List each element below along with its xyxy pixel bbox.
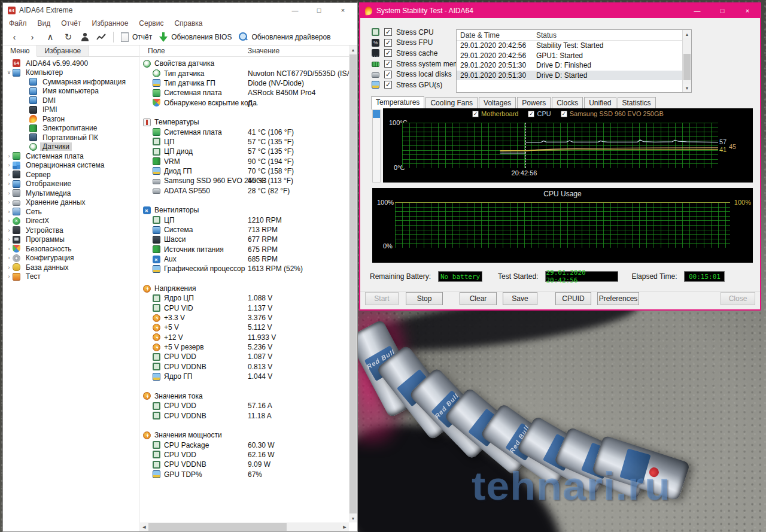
sidebar-item[interactable]: › Операционная система	[3, 161, 139, 171]
chart-tab[interactable]: Voltages	[479, 97, 516, 109]
sensor-row[interactable]: Ядро ГП 1.044 V	[139, 372, 357, 381]
start-button[interactable]: Start	[365, 292, 399, 305]
sensor-row[interactable]: ЦП 1210 RPM	[139, 215, 357, 225]
sidebar-item[interactable]: › База данных	[3, 263, 139, 272]
close-button[interactable]: Close	[721, 292, 755, 305]
column-header-field[interactable]: Поле	[139, 47, 165, 55]
driver-updates-button[interactable]: Обновления драйверов	[239, 32, 330, 41]
checkbox[interactable]: ✓	[384, 71, 392, 78]
sidebar-item[interactable]: Суммарная информация	[3, 77, 139, 87]
log-column-status[interactable]: Status	[536, 31, 557, 39]
sensor-row[interactable]: Обнаружено вскрытие кор... Да	[139, 98, 357, 107]
chart-tab[interactable]: Temperatures	[371, 96, 424, 110]
sensor-row[interactable]: Ядро ЦП 1.088 V	[139, 293, 357, 303]
horizontal-scrollbar[interactable]: ◀ ▶	[140, 522, 349, 531]
sensor-row[interactable]: CPU VDD 62.16 W	[139, 450, 357, 460]
expand-arrow-icon[interactable]: ›	[5, 227, 13, 233]
sensor-row[interactable]: +3.3 V 3.376 V	[139, 313, 357, 323]
sensor-row[interactable]: Значения мощности	[139, 430, 357, 440]
sensor-row[interactable]: Aux 685 RPM	[139, 254, 357, 264]
sidebar-item[interactable]: › Системная плата	[3, 151, 139, 161]
sensor-row[interactable]: Тип датчика ГП Diode (NV-Diode)	[139, 78, 357, 88]
sidebar-item[interactable]: › Отображение	[3, 180, 139, 189]
maximize-button[interactable]: □	[710, 4, 735, 18]
sensor-row[interactable]: Системная плата 41 °C (106 °F)	[139, 127, 357, 136]
expand-arrow-icon[interactable]: ›	[5, 265, 13, 270]
sensor-row[interactable]: Вентиляторы	[139, 205, 357, 215]
close-button[interactable]: ×	[331, 4, 355, 17]
sensor-row[interactable]: ADATA SP550 28 °C (82 °F)	[139, 186, 357, 195]
back-button[interactable]: ‹	[9, 32, 20, 42]
sidebar-item[interactable]: › Хранение данных	[3, 198, 139, 208]
clear-button[interactable]: Clear	[460, 292, 497, 305]
sensor-row[interactable]: Значения тока	[139, 391, 357, 401]
refresh-button[interactable]: ↻	[63, 32, 74, 42]
menu-item[interactable]: Файл	[9, 19, 27, 28]
sensor-row[interactable]: Система 713 RPM	[139, 225, 357, 235]
checkbox[interactable]: ✓	[384, 39, 392, 47]
sensor-row[interactable]	[139, 274, 357, 284]
sensor-row[interactable]: Температуры	[139, 117, 357, 127]
sidebar-item[interactable]: › Безопасность	[3, 244, 139, 254]
sensor-row[interactable]	[139, 108, 357, 117]
scrollbar-thumb[interactable]	[148, 523, 287, 531]
log-scrollbar[interactable]: ▲ ▼	[682, 30, 691, 92]
sidebar-item[interactable]: › Программы	[3, 235, 139, 245]
chart-tab[interactable]: Powers	[517, 97, 551, 109]
checkbox[interactable]: ✓	[384, 49, 392, 57]
sensor-row[interactable]: CPU VDDNB 0.813 V	[139, 362, 357, 372]
legend-checkbox[interactable]: ✓	[561, 111, 567, 117]
bios-updates-button[interactable]: Обновления BIOS	[159, 32, 232, 42]
stop-button[interactable]: Stop	[406, 292, 443, 305]
menu-item[interactable]: Избранное	[92, 19, 129, 28]
chart-tab[interactable]: Statistics	[618, 97, 656, 109]
maximize-button[interactable]: □	[307, 4, 331, 17]
sensor-row[interactable]: Шасси 677 RPM	[139, 235, 357, 244]
sensor-row[interactable]	[139, 196, 357, 205]
minimize-button[interactable]: —	[685, 4, 710, 18]
menu-item[interactable]: Сервис	[139, 19, 163, 28]
expand-arrow-icon[interactable]: ›	[5, 190, 13, 196]
scroll-down-icon[interactable]: ▼	[349, 514, 357, 522]
sensor-row[interactable]: Системная плата ASRock B450M Pro4	[139, 88, 357, 98]
expand-arrow-icon[interactable]: ›	[5, 255, 13, 261]
sidebar-item[interactable]: ∨ Компьютер	[3, 68, 139, 78]
sidebar-item[interactable]: › DirectX	[3, 217, 139, 226]
sensor-row[interactable]: GPU TDP% 67%	[139, 469, 357, 479]
log-row[interactable]: 29.01.2020 20:42:56 Stability Test: Star…	[457, 41, 682, 51]
sidebar-item[interactable]: › Устройства	[3, 226, 139, 235]
minimize-button[interactable]: —	[283, 4, 307, 17]
sensor-row[interactable]: CPU VDD 1.087 V	[139, 352, 357, 361]
sensor-row[interactable]: CPU VDDNB 11.18 A	[139, 411, 357, 420]
menu-item[interactable]: Отчёт	[61, 19, 81, 28]
expand-arrow-icon[interactable]: ›	[5, 172, 13, 178]
checkbox[interactable]: ✓	[384, 60, 392, 68]
sensor-row[interactable]: ЦП 57 °C (135 °F)	[139, 137, 357, 147]
save-button[interactable]: Save	[503, 292, 537, 305]
expand-arrow-icon[interactable]: ∨	[5, 69, 13, 75]
user-icon[interactable]	[81, 33, 89, 41]
scroll-up-icon[interactable]: ▲	[683, 30, 691, 38]
scroll-down-icon[interactable]: ▼	[683, 84, 691, 92]
column-header-value[interactable]: Значение	[248, 47, 279, 55]
sidebar-item[interactable]: Портативный ПК	[3, 133, 139, 142]
sensor-row[interactable]: CPU Package 60.30 W	[139, 440, 357, 449]
sidebar-item[interactable]: IPMI	[3, 105, 139, 115]
legend-checkbox[interactable]: ✓	[472, 111, 479, 117]
checkbox[interactable]: ✓	[384, 81, 392, 89]
close-button[interactable]: ×	[735, 4, 760, 18]
forward-button[interactable]: ›	[27, 32, 38, 42]
sensor-row[interactable]: Samsung SSD 960 EVO 250GB 45 °C (113 °F)	[139, 176, 357, 186]
expand-arrow-icon[interactable]: ›	[5, 246, 13, 252]
log-row[interactable]: 29.01.2020 20:51:30 Drive D: Started	[457, 71, 682, 81]
menu-item[interactable]: Вид	[38, 19, 51, 28]
sensor-row[interactable]: +5 V резерв 5.236 V	[139, 342, 357, 352]
titlebar[interactable]: System Stability Test - AIDA64 — □ ×	[360, 4, 760, 18]
sensor-row[interactable]: CPU VDD 57.16 A	[139, 401, 357, 411]
expand-arrow-icon[interactable]: ›	[5, 153, 13, 159]
scroll-left-icon[interactable]: ◀	[140, 522, 148, 531]
scrollbar-thumb[interactable]	[349, 54, 357, 513]
checkbox[interactable]: ✓	[384, 28, 392, 36]
sidebar-item[interactable]: Разгон	[3, 114, 139, 124]
cpuid-button[interactable]: CPUID	[555, 292, 591, 305]
